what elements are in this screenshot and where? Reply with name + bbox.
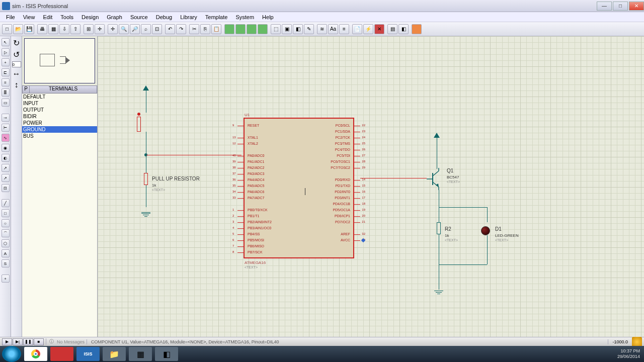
menu-help[interactable]: Help (258, 13, 278, 21)
import-icon[interactable]: ⇩ (59, 24, 69, 34)
new-icon[interactable]: □ (2, 24, 12, 34)
stop-icon[interactable] (412, 24, 422, 34)
term-bus[interactable]: BUS (22, 133, 97, 139)
term-ground[interactable]: GROUND (22, 126, 97, 133)
menu-view[interactable]: View (19, 13, 39, 21)
area-icon[interactable]: ▦ (48, 24, 58, 34)
make-icon[interactable]: ▣ (282, 24, 292, 34)
led-d1[interactable] (481, 226, 490, 235)
circle-icon[interactable]: ○ (2, 219, 10, 227)
mirror-h-icon[interactable]: ↔ (13, 69, 21, 78)
redo-icon[interactable]: ↷ (176, 24, 186, 34)
task-chrome[interactable] (24, 347, 47, 361)
term-output[interactable]: OUTPUT (22, 107, 97, 113)
col-p[interactable]: P (23, 86, 30, 93)
term-default[interactable]: DEFAULT (22, 94, 97, 100)
transistor-q1[interactable] (426, 168, 446, 190)
cut-icon[interactable]: ✂ (189, 24, 199, 34)
pause-button[interactable]: ❚❚ (23, 338, 33, 345)
select-icon[interactable]: ↖ (2, 38, 10, 46)
text-icon[interactable]: ≡ (2, 78, 10, 86)
component-icon[interactable]: ▷ (2, 48, 10, 56)
instr-icon[interactable]: ⊡ (2, 184, 10, 192)
task-app1[interactable] (50, 347, 73, 361)
maximize-button[interactable] (613, 2, 628, 11)
menu-debug[interactable]: Debug (152, 13, 176, 21)
graph-icon[interactable]: ∿ (2, 134, 10, 142)
task-explorer[interactable]: 📁 (103, 347, 126, 361)
menu-library[interactable]: Library (176, 13, 201, 21)
gen-icon[interactable]: ◐ (2, 154, 10, 162)
menu-file[interactable]: File (2, 13, 19, 21)
marker-icon[interactable]: + (2, 275, 10, 283)
netlist-icon[interactable]: ✕ (374, 24, 384, 34)
zoomarea-icon[interactable]: ⊡ (152, 24, 162, 34)
path-icon[interactable]: ⬡ (2, 239, 10, 247)
start-button[interactable] (2, 346, 21, 362)
decomp-icon[interactable]: ✎ (304, 24, 314, 34)
3d-icon[interactable]: ◧ (398, 24, 409, 34)
rotate-cw-icon[interactable]: ↻ (13, 38, 20, 48)
menu-source[interactable]: Source (126, 13, 152, 21)
undo-icon[interactable]: ↶ (165, 24, 175, 34)
arc-icon[interactable]: ⌒ (2, 229, 10, 237)
paste-icon[interactable]: 📋 (211, 24, 221, 34)
terminal-icon[interactable]: ⊸ (2, 114, 10, 122)
print-icon[interactable]: 🖶 (37, 24, 47, 34)
close-button[interactable] (629, 2, 644, 11)
open-icon[interactable]: 📂 (13, 24, 23, 34)
line-icon[interactable]: ╱ (2, 199, 10, 207)
label-icon[interactable]: ⊏ (2, 68, 10, 76)
minimize-button[interactable] (597, 2, 612, 11)
menu-system[interactable]: System (231, 13, 258, 21)
zoomout-icon[interactable]: 🔎 (130, 24, 140, 34)
text2-icon[interactable]: A (2, 249, 10, 257)
tape-icon[interactable]: ◉ (2, 144, 10, 152)
probe-i-icon[interactable]: ↗ (2, 174, 10, 182)
menu-tools[interactable]: Tools (56, 13, 77, 21)
pick-icon[interactable]: ⬚ (271, 24, 281, 34)
menu-design[interactable]: Design (77, 13, 103, 21)
overview-window[interactable] (24, 38, 95, 83)
probe-v-icon[interactable]: ↗ (2, 164, 10, 172)
term-bidir[interactable]: BIDIR (22, 113, 97, 120)
bill-icon[interactable]: 📄 (352, 24, 362, 34)
copy-icon[interactable]: ⎘ (200, 24, 210, 34)
symbol-icon[interactable]: S (2, 259, 10, 267)
block-delete-icon[interactable] (258, 24, 268, 34)
subcircuit-icon[interactable]: ▭ (2, 99, 10, 107)
menu-template[interactable]: Template (201, 13, 232, 21)
bus-icon[interactable]: ≣ (2, 88, 10, 97)
junction-icon[interactable]: + (2, 58, 10, 66)
ares-icon[interactable]: ▤ (387, 24, 397, 34)
menu-edit[interactable]: Edit (39, 13, 56, 21)
term-input[interactable]: INPUT (22, 100, 97, 107)
grid-icon[interactable]: ⊞ (84, 24, 94, 34)
step-button[interactable]: ▶| (13, 338, 23, 345)
menu-graph[interactable]: Graph (103, 13, 126, 21)
task-app3[interactable]: ◧ (155, 347, 178, 361)
zoomall-icon[interactable]: ⌕ (141, 24, 151, 34)
box-icon[interactable]: □ (2, 209, 10, 217)
export-icon[interactable]: ⇧ (70, 24, 80, 34)
zoomin-icon[interactable]: 🔍 (119, 24, 129, 34)
task-app2[interactable]: ▦ (129, 347, 152, 361)
schematic-canvas[interactable]: PULL UP RESISTOR 1k <TEXT> U1 RESET9XTAL… (98, 36, 644, 342)
play-button[interactable]: ▶ (2, 338, 12, 345)
save-icon[interactable]: 💾 (24, 24, 34, 34)
mirror-v-icon[interactable]: ↕ (15, 80, 19, 89)
prop-icon[interactable]: ≡ (339, 24, 349, 34)
term-power[interactable]: POWER (22, 120, 97, 126)
stop-button[interactable]: ■ (34, 338, 44, 345)
pkg-icon[interactable]: ◧ (293, 24, 303, 34)
chip-atmega16[interactable]: RESET9XTAL113XTAL212PA0/ADC040PA1/ADC139… (244, 118, 354, 258)
rotate-ccw-icon[interactable]: ↺ (13, 50, 20, 59)
task-isis[interactable]: ISIS (76, 347, 100, 361)
origin-icon[interactable]: ✛ (95, 24, 105, 34)
search-icon[interactable]: Aa (328, 24, 338, 34)
col-terminals[interactable]: TERMINALS (30, 86, 97, 93)
system-tray[interactable]: 10:37 PM 29/06/2014 (617, 348, 644, 359)
block-move-icon[interactable] (235, 24, 246, 34)
block-copy-icon[interactable] (224, 24, 234, 34)
angle-input[interactable] (12, 61, 21, 67)
